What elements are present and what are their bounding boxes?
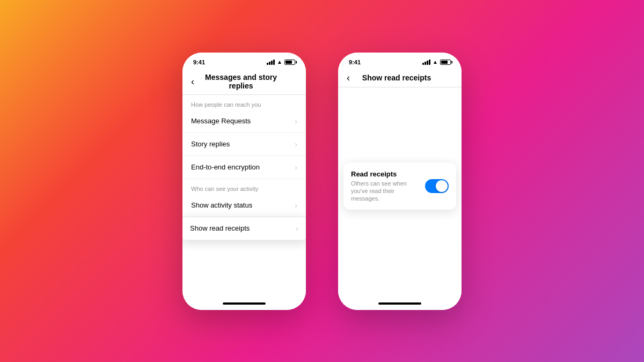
home-bar-1	[223, 302, 266, 305]
section-label-1: How people can reach you	[182, 95, 306, 110]
read-receipts-info: Read receipts Others can see when you've…	[351, 170, 421, 203]
wifi-icon: ▲	[277, 59, 282, 65]
signal-icon	[267, 60, 275, 65]
back-button-1[interactable]: ‹	[191, 77, 194, 86]
show-read-receipts-label: Show read receipts	[190, 224, 250, 232]
nav-bar-1: ‹ Messages and story replies	[182, 69, 306, 95]
chevron-show-read-receipts: ›	[296, 224, 298, 233]
status-bar-2: 9:41 ▲	[338, 53, 462, 69]
screen-content-1: How people can reach you Message Request…	[182, 95, 306, 297]
phone-2: 9:41 ▲ ‹ Show read receipts Read receipt…	[338, 53, 462, 310]
read-receipts-toggle[interactable]	[425, 179, 449, 193]
time-1: 9:41	[193, 59, 205, 65]
read-receipts-row: Read receipts Others can see when you've…	[351, 170, 449, 203]
nav-title-2: Show read receipts	[354, 73, 439, 82]
home-indicator-1	[182, 297, 306, 310]
nav-title-1: Messages and story replies	[199, 73, 283, 90]
home-bar-2	[378, 302, 421, 305]
story-replies-label: Story replies	[191, 140, 230, 148]
read-receipts-description: Others can see when you've read their me…	[351, 180, 421, 203]
nav-bar-2: ‹ Show read receipts	[338, 69, 462, 87]
read-receipts-card: Read receipts Others can see when you've…	[343, 162, 456, 210]
signal-icon-2	[422, 60, 430, 65]
list-item-show-read-receipts[interactable]: Show read receipts ›	[182, 217, 306, 240]
list-item-activity-status[interactable]: Show activity status ›	[182, 194, 306, 217]
section-label-2: Who can see your activity	[182, 179, 306, 194]
back-button-2[interactable]: ‹	[347, 73, 350, 83]
list-item-e2e[interactable]: End-to-end encryption ›	[182, 156, 306, 179]
screen-content-2: Read receipts Others can see when you've…	[338, 87, 462, 297]
e2e-label: End-to-end encryption	[191, 163, 260, 171]
list-item-story-replies[interactable]: Story replies ›	[182, 133, 306, 156]
activity-status-label: Show activity status	[191, 201, 252, 209]
status-bar-1: 9:41 ▲	[182, 53, 306, 69]
wifi-icon-2: ▲	[433, 59, 438, 65]
chevron-story-replies: ›	[295, 140, 297, 149]
chevron-e2e: ›	[295, 163, 297, 172]
time-2: 9:41	[349, 59, 361, 65]
list-item-message-requests[interactable]: Message Requests ›	[182, 110, 306, 133]
chevron-message-requests: ›	[295, 117, 297, 125]
read-receipts-title: Read receipts	[351, 170, 421, 178]
chevron-activity-status: ›	[295, 201, 297, 210]
toggle-knob	[436, 180, 448, 192]
phone-1: 9:41 ▲ ‹ Messages and story replies How …	[182, 53, 306, 310]
message-requests-label: Message Requests	[191, 117, 251, 125]
status-icons-1: ▲	[267, 59, 295, 65]
battery-icon	[284, 60, 295, 65]
battery-icon-2	[440, 60, 451, 65]
home-indicator-2	[338, 297, 462, 310]
status-icons-2: ▲	[422, 59, 451, 65]
